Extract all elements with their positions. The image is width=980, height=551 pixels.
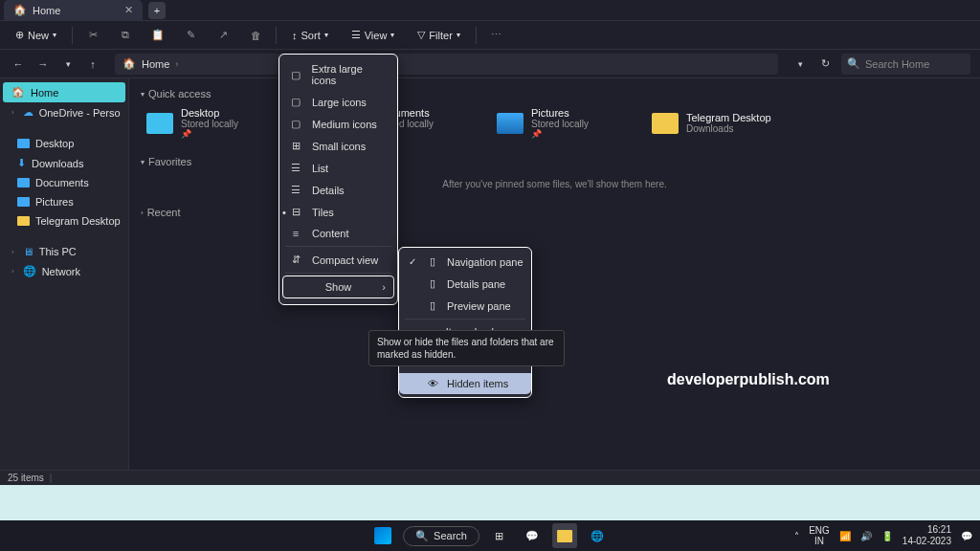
sidebar-item-telegram[interactable]: Telegram Desktop: [0, 211, 128, 231]
search-placeholder: Search Home: [865, 58, 929, 70]
filter-button[interactable]: ▽ Filter ▾: [410, 25, 467, 45]
menu-item-details-pane[interactable]: ▯Details pane: [399, 273, 531, 295]
taskbar-search[interactable]: 🔍Search: [403, 526, 479, 546]
back-button[interactable]: ←: [10, 55, 27, 73]
notifications-icon[interactable]: 💬: [961, 531, 972, 541]
section-label: Quick access: [148, 88, 211, 99]
sidebar-item-thispc[interactable]: ›🖥This PC: [0, 242, 128, 261]
sidebar-item-label: Downloads: [32, 158, 83, 169]
file-explorer-icon[interactable]: [552, 523, 577, 548]
tile-subtitle: Stored locally: [531, 119, 589, 129]
copy-icon[interactable]: ⧉: [113, 25, 138, 46]
content-icon: ≡: [289, 228, 302, 239]
menu-item-label: Details: [312, 185, 345, 196]
language-indicator[interactable]: ENG IN: [809, 525, 830, 546]
section-favorites[interactable]: ▾Favorites: [141, 156, 969, 167]
paste-icon[interactable]: 📋: [145, 25, 170, 46]
tile-telegram[interactable]: Telegram DesktopDownloads: [652, 107, 786, 139]
start-button[interactable]: [370, 523, 395, 548]
sidebar-item-pictures[interactable]: Pictures: [0, 192, 128, 211]
menu-item-details[interactable]: ☰Details: [279, 179, 397, 201]
lang-secondary: IN: [809, 536, 830, 546]
menu-item-hidden-items[interactable]: 👁Hidden items: [399, 373, 531, 394]
menu-item-content[interactable]: ≡Content: [279, 223, 397, 244]
view-button[interactable]: ☰ View ▾: [344, 25, 403, 45]
sidebar-item-label: This PC: [39, 246, 77, 257]
chrome-icon[interactable]: 🌐: [585, 523, 610, 548]
share-icon[interactable]: ↗: [211, 25, 235, 46]
clock-date: 14-02-2023: [902, 536, 951, 547]
battery-icon[interactable]: 🔋: [881, 531, 893, 541]
sidebar-item-documents[interactable]: Documents: [0, 173, 128, 192]
new-tab-button[interactable]: +: [148, 2, 166, 19]
menu-item-large-icons[interactable]: ▢Large icons: [279, 91, 397, 113]
tile-desktop[interactable]: DesktopStored locally📌: [146, 107, 280, 139]
tile-subtitle: Downloads: [686, 123, 771, 134]
favorites-empty-text: After you've pinned some files, we'll sh…: [141, 179, 969, 189]
sidebar: 🏠 Home › ☁ OneDrive - Persona Desktop ⬇D…: [0, 78, 129, 470]
sort-button[interactable]: ↕ Sort ▾: [284, 26, 336, 45]
content-area: ▾Quick access DesktopStored locally📌 Doc…: [129, 78, 980, 470]
search-box[interactable]: 🔍 Search Home: [841, 54, 970, 75]
tile-pictures[interactable]: PicturesStored locally📌: [497, 107, 631, 139]
tab-close-icon[interactable]: ✕: [124, 4, 133, 16]
menu-item-preview-pane[interactable]: ▯Preview pane: [399, 295, 531, 317]
eye-icon: 👁: [426, 378, 439, 389]
tray-chevron-icon[interactable]: ˄: [794, 531, 799, 541]
rename-icon[interactable]: ✎: [178, 25, 203, 46]
view-icon: ☰: [351, 29, 361, 41]
sidebar-item-downloads[interactable]: ⬇Downloads: [0, 153, 128, 173]
more-icon[interactable]: ⋯: [484, 25, 509, 46]
addr-dropdown-icon[interactable]: ▾: [791, 55, 809, 73]
sidebar-item-network[interactable]: ›🌐Network: [0, 261, 128, 281]
section-recent[interactable]: ›Recent: [141, 207, 969, 218]
pin-icon: 📌: [531, 129, 589, 139]
menu-item-label: Content: [312, 228, 349, 239]
sidebar-item-label: Pictures: [35, 196, 74, 208]
grid-icon: ▢: [289, 96, 302, 108]
sidebar-item-label: OneDrive - Persona: [39, 107, 121, 119]
forward-button[interactable]: →: [34, 55, 52, 73]
pictures-icon: [497, 113, 523, 134]
search-label: Search: [434, 530, 467, 541]
watermark: developerpublish.com: [667, 371, 830, 388]
chat-icon[interactable]: 💬: [520, 523, 545, 548]
pane-icon: ▯: [426, 299, 439, 312]
search-icon: 🔍: [415, 530, 429, 542]
up-button[interactable]: ↑: [84, 55, 101, 73]
pc-icon: 🖥: [23, 246, 33, 257]
pane-icon: ▯: [426, 277, 439, 290]
delete-icon[interactable]: 🗑: [243, 25, 268, 46]
menu-item-label: Small icons: [312, 141, 366, 152]
menu-item-show[interactable]: Show›: [282, 276, 394, 298]
taskbar-clock[interactable]: 16:21 14-02-2023: [902, 524, 951, 547]
volume-icon[interactable]: 🔊: [860, 531, 872, 541]
new-button[interactable]: ⊕ New ▾: [8, 25, 64, 45]
navbar: ← → ▾ ↑ 🏠 Home › ▾ ↻ 🔍 Search Home: [0, 50, 980, 78]
sidebar-item-home[interactable]: 🏠 Home: [3, 82, 125, 102]
grid-icon: ▢: [289, 118, 302, 130]
section-quick-access[interactable]: ▾Quick access: [141, 88, 969, 99]
tab-home[interactable]: 🏠 Home ✕: [4, 0, 143, 21]
toolbar-sep: [476, 27, 477, 44]
sidebar-item-desktop[interactable]: Desktop: [0, 134, 128, 153]
chevron-down-icon[interactable]: ▾: [59, 55, 77, 73]
menu-item-navigation-pane[interactable]: ✓▯Navigation pane: [399, 251, 531, 273]
menu-item-compact-view[interactable]: ⇵Compact view: [279, 249, 397, 271]
menu-item-extra-large-icons[interactable]: ▢Extra large icons: [279, 58, 397, 91]
home-icon: 🏠: [11, 86, 25, 99]
menu-item-medium-icons[interactable]: ▢Medium icons: [279, 113, 397, 135]
menu-item-tiles[interactable]: ⊟Tiles: [279, 201, 397, 223]
menu-item-label: Hidden items: [447, 378, 508, 389]
menu-item-list[interactable]: ☰List: [279, 157, 397, 179]
refresh-button[interactable]: ↻: [816, 55, 834, 73]
sidebar-item-onedrive[interactable]: › ☁ OneDrive - Persona: [0, 102, 128, 122]
wifi-icon[interactable]: 📶: [839, 531, 851, 541]
address-bar[interactable]: 🏠 Home ›: [115, 54, 778, 75]
show-submenu: ✓▯Navigation pane ▯Details pane ▯Preview…: [398, 247, 532, 398]
documents-icon: [17, 178, 30, 187]
task-view-icon[interactable]: ⊞: [487, 523, 512, 548]
menu-item-label: Navigation pane: [447, 256, 523, 268]
cut-icon[interactable]: ✂: [80, 25, 105, 46]
menu-item-small-icons[interactable]: ⊞Small icons: [279, 135, 397, 157]
